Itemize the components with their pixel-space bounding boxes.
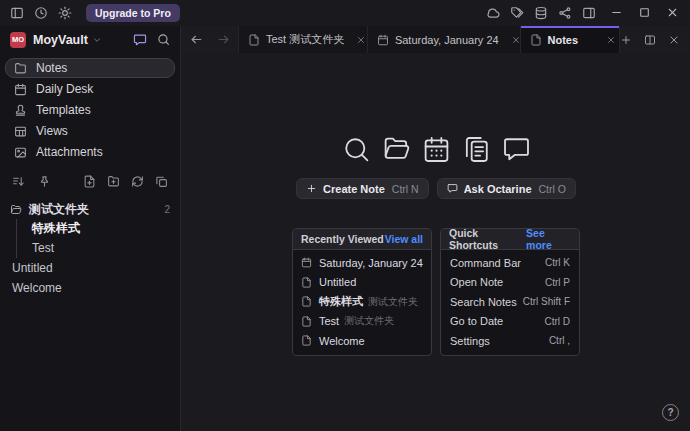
tags-icon[interactable] bbox=[510, 6, 524, 20]
sidebar-item-daily-desk[interactable]: Daily Desk bbox=[5, 79, 175, 99]
sidebar-item-label: Templates bbox=[36, 103, 91, 117]
folder-open-icon bbox=[382, 135, 411, 164]
vault-header[interactable]: MO MoyVault bbox=[0, 26, 180, 53]
new-folder-icon[interactable] bbox=[107, 175, 120, 188]
sidebar-item-label: Notes bbox=[36, 61, 67, 75]
close-icon[interactable] bbox=[356, 35, 366, 45]
split-view-icon[interactable] bbox=[644, 34, 656, 46]
titlebar: Upgrade to Pro bbox=[0, 0, 690, 26]
list-item[interactable]: 特殊样式 测试文件夹 bbox=[293, 292, 431, 312]
tree-item[interactable]: Untitled bbox=[10, 259, 170, 279]
close-icon[interactable] bbox=[511, 35, 521, 45]
shortcut-item[interactable]: Settings Ctrl , bbox=[441, 331, 579, 351]
window-minimize-button[interactable] bbox=[610, 6, 624, 20]
chevron-down-icon bbox=[92, 35, 102, 45]
shortcut-hint: Ctrl N bbox=[392, 183, 419, 195]
sort-icon[interactable] bbox=[12, 175, 25, 188]
main-content: Create Note Ctrl N Ask Octarine Ctrl O R… bbox=[182, 53, 690, 431]
right-sidebar-toggle-icon[interactable] bbox=[582, 6, 596, 20]
left-sidebar: MO MoyVault Notes Daily Desk Templates V… bbox=[0, 26, 181, 431]
sidebar-item-views[interactable]: Views bbox=[5, 121, 175, 141]
tab-bar: Test 测试文件夹 Saturday, January 24 Notes bbox=[182, 26, 690, 53]
collapse-all-icon[interactable] bbox=[155, 175, 168, 188]
copy-note-icon bbox=[462, 135, 491, 164]
new-note-icon[interactable] bbox=[83, 175, 96, 188]
chat-bubble-icon bbox=[447, 183, 458, 194]
file-icon bbox=[301, 296, 312, 307]
chat-bubble-icon bbox=[502, 135, 531, 164]
file-icon bbox=[301, 335, 312, 346]
file-icon bbox=[248, 34, 260, 46]
calendar-icon bbox=[377, 34, 389, 46]
tree-folder-label: 测试文件夹 bbox=[29, 201, 89, 218]
history-clock-icon[interactable] bbox=[34, 6, 48, 20]
sidebar-item-templates[interactable]: Templates bbox=[5, 100, 175, 120]
quick-actions: Create Note Ctrl N Ask Octarine Ctrl O bbox=[296, 178, 576, 199]
tree-item[interactable]: Test bbox=[32, 239, 170, 259]
tab-daily-note[interactable]: Saturday, January 24 bbox=[368, 26, 521, 53]
forward-arrow-icon[interactable] bbox=[217, 33, 230, 46]
close-icon[interactable] bbox=[606, 35, 616, 45]
sidebar-nav: Notes Daily Desk Templates Views Attachm… bbox=[0, 53, 180, 162]
table-icon bbox=[14, 125, 27, 138]
quick-shortcuts-card: Quick Shortcuts See more Command Bar Ctr… bbox=[440, 228, 580, 356]
close-icon[interactable] bbox=[668, 34, 680, 46]
file-tree: 测试文件夹 2 特殊样式 Test Untitled Welcome bbox=[0, 192, 180, 298]
calendar-icon bbox=[422, 135, 451, 164]
card-title: Recently Viewed bbox=[301, 233, 384, 245]
tree-folder[interactable]: 测试文件夹 2 bbox=[10, 200, 170, 219]
shortcut-item[interactable]: Open Note Ctrl P bbox=[441, 273, 579, 293]
upgrade-to-pro-button[interactable]: Upgrade to Pro bbox=[86, 4, 180, 22]
see-more-link[interactable]: See more bbox=[526, 228, 571, 251]
vault-avatar: MO bbox=[10, 32, 26, 48]
image-icon bbox=[14, 146, 27, 159]
sidebar-toggle-icon[interactable] bbox=[10, 6, 24, 20]
create-note-button[interactable]: Create Note Ctrl N bbox=[296, 178, 429, 199]
calendar-icon bbox=[14, 83, 27, 96]
list-item[interactable]: Saturday, January 24 bbox=[293, 253, 431, 273]
shortcut-item[interactable]: Search Notes Ctrl Shift F bbox=[441, 292, 579, 312]
sidebar-item-label: Attachments bbox=[36, 145, 103, 159]
vault-name: MoyVault bbox=[33, 33, 88, 47]
list-item[interactable]: Welcome bbox=[293, 331, 431, 351]
new-tab-icon[interactable] bbox=[620, 34, 632, 46]
tree-item[interactable]: Welcome bbox=[10, 279, 170, 299]
stamp-icon bbox=[14, 104, 27, 117]
back-arrow-icon[interactable] bbox=[190, 33, 203, 46]
tree-children: 特殊样式 Test bbox=[16, 219, 170, 258]
tab-notes[interactable]: Notes bbox=[521, 26, 620, 53]
shortcut-item[interactable]: Command Bar Ctrl K bbox=[441, 253, 579, 273]
titlebar-right-icons bbox=[486, 6, 680, 20]
chat-icon[interactable] bbox=[133, 33, 147, 47]
tree-folder-count: 2 bbox=[164, 204, 170, 215]
sidebar-item-attachments[interactable]: Attachments bbox=[5, 142, 175, 162]
button-label: Ask Octarine bbox=[464, 183, 532, 195]
file-tree-toolbar bbox=[0, 170, 180, 192]
tab-test[interactable]: Test 测试文件夹 bbox=[238, 26, 368, 53]
tab-label: Saturday, January 24 bbox=[395, 34, 499, 46]
help-button[interactable]: ? bbox=[662, 404, 679, 421]
tab-label: Test 测试文件夹 bbox=[266, 32, 344, 47]
pin-icon[interactable] bbox=[38, 175, 51, 188]
card-title: Quick Shortcuts bbox=[449, 228, 526, 251]
recently-viewed-card: Recently Viewed View all Saturday, Janua… bbox=[292, 228, 432, 356]
shortcut-item[interactable]: Go to Date Ctrl D bbox=[441, 312, 579, 332]
list-item[interactable]: Untitled bbox=[293, 273, 431, 293]
theme-sun-icon[interactable] bbox=[58, 6, 72, 20]
hero-icons bbox=[342, 135, 531, 164]
folder-open-icon bbox=[10, 204, 22, 216]
graph-icon[interactable] bbox=[558, 6, 572, 20]
sidebar-item-notes[interactable]: Notes bbox=[5, 58, 175, 78]
view-all-link[interactable]: View all bbox=[385, 233, 423, 245]
list-item[interactable]: Test 测试文件夹 bbox=[293, 312, 431, 332]
tree-item[interactable]: 特殊样式 bbox=[32, 219, 170, 239]
refresh-icon[interactable] bbox=[131, 175, 144, 188]
database-icon[interactable] bbox=[534, 6, 548, 20]
window-maximize-button[interactable] bbox=[638, 6, 652, 20]
ask-octarine-button[interactable]: Ask Octarine Ctrl O bbox=[437, 178, 576, 199]
cloud-sync-icon[interactable] bbox=[486, 6, 500, 20]
window-close-button[interactable] bbox=[666, 6, 680, 20]
calendar-icon bbox=[301, 257, 312, 268]
search-icon[interactable] bbox=[157, 33, 170, 46]
sidebar-item-label: Daily Desk bbox=[36, 82, 93, 96]
